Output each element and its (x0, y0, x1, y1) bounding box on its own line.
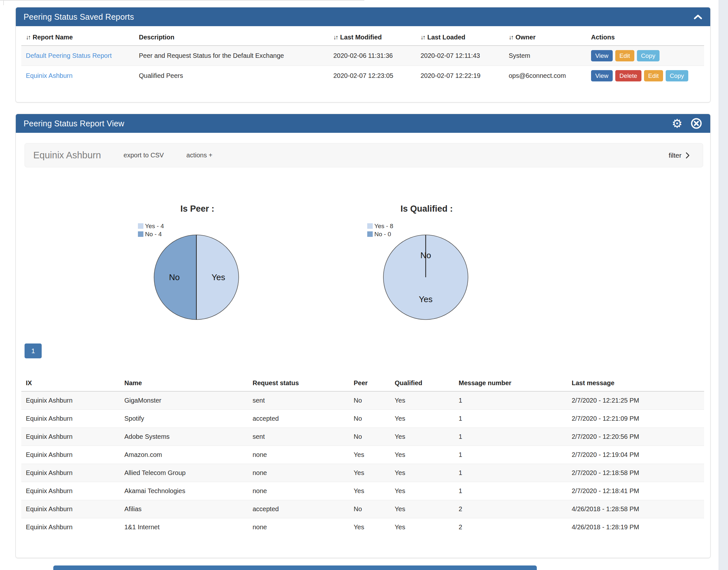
owner-cell: System (504, 46, 587, 66)
request-status-cell: sent (248, 391, 349, 410)
last-message-cell: 4/26/2018 - 1:28:58 PM (567, 500, 704, 518)
report-view-panel: Peering Status Report View ⚙ Equinix Ash… (15, 114, 711, 558)
column-label: Owner (516, 34, 536, 41)
message-number-cell: 1 (454, 464, 567, 482)
legend-swatch-yes (367, 223, 373, 229)
sort-arrows-icon: ↓↑ (509, 34, 513, 41)
delete-button[interactable]: Delete (615, 70, 641, 81)
results-col-name: Name (120, 375, 248, 391)
request-status-cell: none (248, 518, 349, 536)
copy-button[interactable]: Copy (666, 70, 688, 81)
settings-gear-icon[interactable]: ⚙ (672, 117, 682, 129)
name-cell: Akamai Technologies (120, 482, 248, 500)
results-row: Equinix AshburnAfiliasacceptedNoYes24/26… (21, 500, 704, 518)
results-row: Equinix Ashburn1&1 InternetnoneYesYes24/… (21, 518, 704, 536)
results-row: Equinix AshburnAdobe SystemssentNoYes12/… (21, 428, 704, 446)
ix-cell: Equinix Ashburn (21, 428, 120, 446)
saved-reports-panel-header: Peering Status Saved Reports (16, 7, 710, 26)
saved-reports-rows: Default Peering Status ReportPeer and Re… (21, 46, 704, 86)
saved-reports-panel: Peering Status Saved Reports ↓↑Report Na… (15, 7, 711, 102)
close-circle-x-icon[interactable] (690, 117, 702, 129)
message-number-cell: 1 (454, 428, 567, 446)
message-number-cell: 1 (454, 391, 567, 410)
copy-button[interactable]: Copy (637, 50, 660, 61)
results-row: Equinix AshburnAmazon.comnoneYesYes12/7/… (21, 446, 704, 464)
scrollbar-track[interactable] (719, 0, 728, 570)
peer-cell: No (349, 391, 390, 410)
filter-toggle[interactable]: filter (669, 152, 690, 159)
results-header-row: IXNameRequest statusPeerQualifiedMessage… (21, 375, 704, 391)
qualified-cell: Yes (390, 410, 454, 428)
results-col-qualified: Qualified (390, 375, 454, 391)
report-name-heading: Equinix Ashburn (33, 150, 101, 161)
legend-item-yes[interactable]: Yes - 4 (138, 222, 164, 230)
report-name-link[interactable]: Default Peering Status Report (26, 52, 112, 59)
saved-report-row: Equinix AshburnQualified Peers2020-02-07… (21, 66, 704, 86)
view-button[interactable]: View (591, 50, 613, 61)
peer-cell: No (349, 500, 390, 518)
view-button[interactable]: View (591, 70, 613, 81)
legend-swatch-no (138, 231, 143, 237)
column-label: Actions (591, 34, 615, 41)
request-status-cell: none (248, 482, 349, 500)
request-status-cell: accepted (248, 410, 349, 428)
results-table: IXNameRequest statusPeerQualifiedMessage… (21, 375, 704, 536)
report-name-cell: Default Peering Status Report (21, 46, 134, 66)
name-cell: Spotify (120, 410, 248, 428)
name-cell: Allied Telecom Group (120, 464, 248, 482)
report-view-panel-header: Peering Status Report View ⚙ (16, 114, 710, 133)
name-cell: 1&1 Internet (120, 518, 248, 536)
actions-menu-link[interactable]: actions + (186, 152, 212, 159)
results-col-last-message: Last message (567, 375, 704, 391)
ix-cell: Equinix Ashburn (21, 391, 120, 410)
sort-arrows-icon: ↓↑ (421, 34, 425, 41)
last-message-cell: 2/7/2020 - 12:19:04 PM (567, 446, 704, 464)
legend-item-yes[interactable]: Yes - 8 (367, 222, 393, 230)
export-csv-link[interactable]: export to CSV (124, 152, 164, 159)
edit-button[interactable]: Edit (644, 70, 663, 81)
report-name-link[interactable]: Equinix Ashburn (26, 72, 73, 79)
collapse-chevron-up-icon[interactable] (693, 14, 702, 20)
saved-col-owner[interactable]: ↓↑Owner (504, 29, 587, 46)
name-cell: Amazon.com (120, 446, 248, 464)
results-col-request-status: Request status (248, 375, 349, 391)
peer-cell: Yes (349, 464, 390, 482)
legend-swatch-yes (138, 223, 143, 229)
last-loaded-cell: 2020-02-07 12:11:43 (416, 46, 504, 66)
request-status-cell: none (248, 464, 349, 482)
name-cell: GigaMonster (120, 391, 248, 410)
qualified-cell: Yes (390, 464, 454, 482)
ix-cell: Equinix Ashburn (21, 464, 120, 482)
report-toolbar: Equinix Ashburn export to CSV actions + … (25, 143, 703, 168)
pagination-page-1-button[interactable]: 1 (25, 343, 42, 358)
last-message-cell: 2/7/2020 - 12:21:09 PM (567, 410, 704, 428)
actions-cell: ViewDeleteEditCopy (587, 66, 704, 86)
qualified-cell: Yes (390, 428, 454, 446)
saved-col-description: Description (134, 29, 329, 46)
pie-slice-label: Yes (211, 272, 225, 282)
results-col-peer: Peer (349, 375, 390, 391)
results-col-ix: IX (21, 375, 120, 391)
qualified-cell: Yes (390, 482, 454, 500)
description-cell: Qualified Peers (134, 66, 329, 86)
message-number-cell: 1 (454, 482, 567, 500)
last-message-cell: 2/7/2020 - 12:18:58 PM (567, 464, 704, 482)
saved-col-last-loaded[interactable]: ↓↑Last Loaded (416, 29, 504, 46)
name-cell: Adobe Systems (120, 428, 248, 446)
saved-col-last-modified[interactable]: ↓↑Last Modified (329, 29, 416, 46)
column-label: Report Name (33, 34, 73, 41)
peer-cell: Yes (349, 518, 390, 536)
peer-cell: Yes (349, 446, 390, 464)
last-message-cell: 2/7/2020 - 12:18:41 PM (567, 482, 704, 500)
edit-button[interactable]: Edit (615, 50, 634, 61)
saved-col-report-name[interactable]: ↓↑Report Name (21, 29, 134, 46)
results-row: Equinix AshburnAkamai TechnologiesnoneYe… (21, 482, 704, 500)
top-border-line (0, 0, 364, 1)
is-peer-chart: Is Peer : Yes - 4 No - 4 YesNo (107, 201, 288, 343)
peer-cell: No (349, 428, 390, 446)
results-rows: Equinix AshburnGigaMonstersentNoYes12/7/… (21, 391, 704, 536)
peer-cell: No (349, 410, 390, 428)
owner-cell: ops@6connect.com (504, 66, 587, 86)
legend-label: Yes - 4 (145, 222, 164, 230)
column-label: Last Loaded (427, 34, 466, 41)
